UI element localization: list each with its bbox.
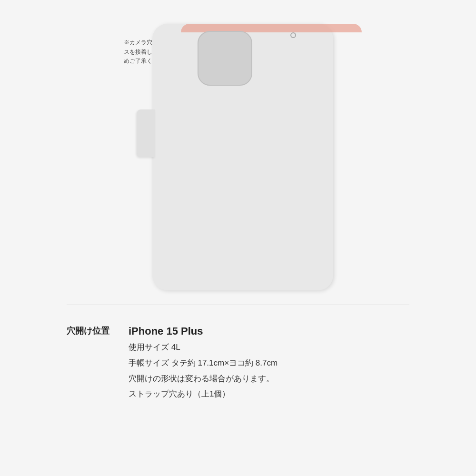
info-divider <box>67 305 409 305</box>
info-label: 穴開け位置 <box>67 324 119 337</box>
device-name: iPhone 15 Plus <box>129 324 278 339</box>
detail-line-2: 手帳サイズ タテ約 17.1cm×ヨコ約 8.7cm <box>129 357 278 370</box>
info-section: 穴開け位置 iPhone 15 Plus 使用サイズ 4L 手帳サイズ タテ約 … <box>67 324 409 401</box>
detail-line-1: 使用サイズ 4L <box>129 341 278 355</box>
strap-hole <box>290 32 296 38</box>
page-container: ※カメラ穴の横ならびに上部はケースを接着しておりません。あらかじめご了承ください… <box>0 0 476 476</box>
phone-case-illustration: ※カメラ穴の横ならびに上部はケースを接着しておりません。あらかじめご了承ください… <box>124 24 352 300</box>
info-details: iPhone 15 Plus 使用サイズ 4L 手帳サイズ タテ約 17.1cm… <box>129 324 278 401</box>
detail-line-3: 穴開けの形状は変わる場合があります。 <box>129 372 278 386</box>
case-body <box>152 24 333 290</box>
camera-cutout <box>198 31 252 86</box>
detail-line-4: ストラップ穴あり（上1個） <box>129 387 278 401</box>
side-tab <box>137 109 155 157</box>
